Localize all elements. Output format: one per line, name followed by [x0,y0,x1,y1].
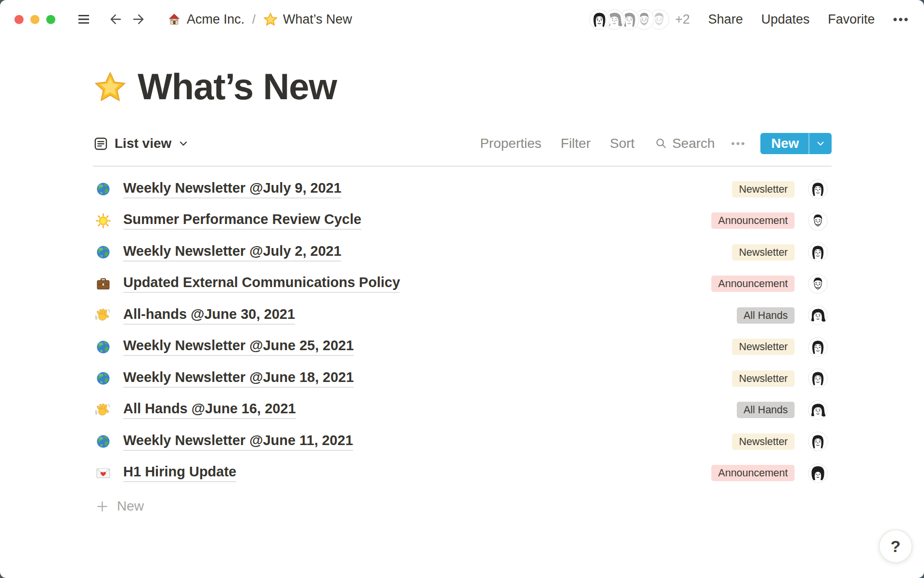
breadcrumb: Acme Inc. / What’s New [167,12,352,27]
tag-badge: Newsletter [732,434,795,450]
avatar [808,305,828,325]
globe-icon [95,434,111,449]
list-item[interactable]: All Hands @June 16, 2021 All Hands [93,394,832,426]
page-link[interactable]: Weekly Newsletter @June 11, 2021 [123,433,353,451]
globe-icon [95,339,111,355]
more-options-icon[interactable]: ••• [893,13,910,26]
topbar-right: +2 Share Updates Favorite ••• [589,9,910,30]
page-link[interactable]: Updated External Communications Policy [123,275,400,293]
zoom-window-button[interactable] [46,15,55,24]
search-icon [654,136,668,151]
list-item[interactable]: Weekly Newsletter @July 9, 2021 Newslett… [93,173,832,205]
tag-badge: Announcement [711,465,795,481]
back-button[interactable] [106,11,124,28]
minimize-window-button[interactable] [30,15,39,24]
list-rows: Weekly Newsletter @July 9, 2021 Newslett… [93,173,832,489]
member-facepile[interactable] [589,9,669,30]
page-link[interactable]: Weekly Newsletter @July 2, 2021 [123,243,341,262]
globe-icon [95,181,111,197]
breadcrumb-workspace[interactable]: Acme Inc. [167,12,244,27]
list-item[interactable]: Weekly Newsletter @June 18, 2021 Newslet… [93,363,832,394]
list-item[interactable]: Summer Performance Review Cycle Announce… [93,205,832,237]
avatar [808,274,828,294]
traffic-lights [14,15,55,24]
new-button-group: New [760,133,832,154]
breadcrumb-workspace-label: Acme Inc. [187,12,244,27]
breadcrumb-separator: / [252,13,256,26]
page-header: What’s New [94,66,337,107]
app-window: Acme Inc. / What’s New +2 Share Updates … [0,0,924,578]
close-window-button[interactable] [14,15,24,24]
page-title: What’s New [138,66,337,107]
properties-button[interactable]: Properties [480,136,541,151]
add-new-row[interactable]: New [93,492,832,521]
sun-icon [95,213,111,229]
page-list: Weekly Newsletter @July 9, 2021 Newslett… [93,173,832,521]
page-link[interactable]: Weekly Newsletter @June 18, 2021 [123,369,354,388]
page-link[interactable]: H1 Hiring Update [123,464,236,482]
search-label: Search [672,136,715,151]
briefcase-icon [95,276,111,292]
avatar [808,211,828,231]
wave-icon [95,307,111,323]
tag-badge: Newsletter [732,181,795,197]
avatar [808,463,828,483]
chevron-down-icon [178,138,189,149]
page-link[interactable]: Weekly Newsletter @June 25, 2021 [123,338,354,356]
love-letter-icon [95,465,111,481]
filter-button[interactable]: Filter [561,136,590,151]
updates-button[interactable]: Updates [761,12,810,27]
toolbar-actions: Properties Filter Sort Search ••• New [461,133,832,154]
tag-badge: All Hands [737,307,795,324]
list-item[interactable]: Updated External Communications Policy A… [93,268,832,300]
page-link[interactable]: Summer Performance Review Cycle [123,211,361,230]
tag-badge: All Hands [737,402,795,418]
breadcrumb-page-label: What’s New [283,12,352,27]
list-item[interactable]: Weekly Newsletter @July 2, 2021 Newslett… [93,236,832,268]
list-item[interactable]: H1 Hiring Update Announcement [93,458,832,489]
page-link[interactable]: Weekly Newsletter @July 9, 2021 [123,180,341,198]
avatar [808,337,828,357]
facepile-overflow-count: +2 [675,12,690,27]
tag-badge: Newsletter [732,244,795,261]
list-item[interactable]: All-hands @June 30, 2021 All Hands [93,300,832,331]
avatar [808,400,828,420]
breadcrumb-page[interactable]: What’s New [263,12,352,27]
help-button[interactable]: ? [879,529,912,563]
globe-icon [95,244,111,260]
star-icon [263,12,278,26]
toolbar-divider [93,166,832,167]
page-link[interactable]: All-hands @June 30, 2021 [123,306,295,325]
list-view-icon [93,136,109,152]
sidebar-menu-button[interactable] [76,11,92,27]
favorite-button[interactable]: Favorite [828,12,875,27]
wave-icon [95,402,111,418]
page-link[interactable]: All Hands @June 16, 2021 [123,401,296,419]
tag-badge: Announcement [711,212,795,229]
globe-icon [95,370,111,386]
toolbar-more-icon[interactable]: ••• [731,138,746,149]
avatar [808,179,828,199]
search-button[interactable]: Search [654,136,715,151]
star-icon [94,71,126,103]
new-button[interactable]: New [760,133,808,154]
avatar [808,368,828,388]
house-icon [167,12,181,26]
help-label: ? [891,537,901,556]
new-button-dropdown[interactable] [809,133,832,154]
tag-badge: Newsletter [732,370,795,387]
sort-button[interactable]: Sort [610,136,634,151]
share-button[interactable]: Share [708,12,743,27]
avatar [808,432,828,451]
avatar [808,242,828,262]
plus-icon [95,499,109,513]
window-topbar: Acme Inc. / What’s New +2 Share Updates … [0,0,924,39]
tag-badge: Newsletter [732,339,795,355]
add-new-label: New [117,499,144,514]
view-label: List view [115,136,171,151]
forward-button[interactable] [130,11,148,28]
avatar [589,9,610,30]
list-item[interactable]: Weekly Newsletter @June 25, 2021 Newslet… [93,331,832,363]
list-item[interactable]: Weekly Newsletter @June 11, 2021 Newslet… [93,426,832,458]
view-switcher[interactable]: List view [93,136,189,152]
